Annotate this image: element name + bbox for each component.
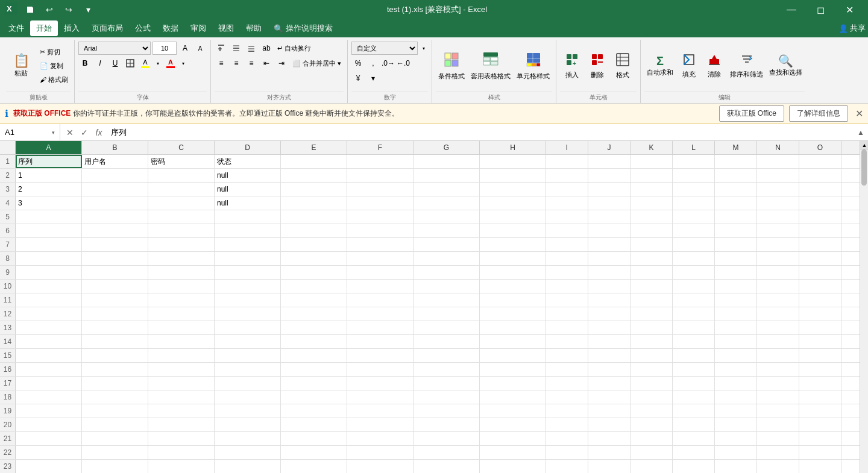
cell-C8[interactable]	[148, 252, 215, 265]
cell-H18[interactable]	[480, 390, 546, 404]
row-number[interactable]: 3	[0, 183, 16, 196]
cell-P8[interactable]	[841, 252, 860, 265]
cell-P12[interactable]	[841, 307, 860, 321]
percent-btn[interactable]: %	[351, 57, 365, 70]
cell-C12[interactable]	[148, 307, 215, 321]
cell-N20[interactable]	[757, 418, 799, 431]
cell-P20[interactable]	[841, 418, 860, 431]
cell-C15[interactable]	[148, 349, 215, 362]
cell-E14[interactable]	[281, 335, 347, 348]
cell-D6[interactable]	[215, 224, 281, 237]
font-family-select[interactable]: Arial	[78, 42, 151, 55]
cell-M17[interactable]	[715, 377, 757, 390]
cell-N14[interactable]	[757, 335, 799, 348]
cell-F2[interactable]	[347, 169, 414, 182]
cell-I18[interactable]	[546, 390, 588, 404]
cell-M5[interactable]	[715, 210, 757, 224]
wrap-text-btn[interactable]: ↵ 自动换行	[275, 42, 313, 55]
cell-N8[interactable]	[757, 252, 799, 265]
cell-C1[interactable]: 密码	[148, 155, 215, 168]
cell-J21[interactable]	[588, 432, 631, 445]
cell-M23[interactable]	[715, 460, 757, 473]
cell-P6[interactable]	[841, 224, 860, 237]
row-number[interactable]: 7	[0, 238, 16, 251]
cell-O13[interactable]	[799, 321, 841, 334]
cell-O23[interactable]	[799, 460, 841, 473]
cell-N11[interactable]	[757, 293, 799, 307]
get-office-btn[interactable]: 获取正版 Office	[719, 105, 784, 122]
cell-M1[interactable]	[715, 155, 757, 168]
cell-E3[interactable]	[281, 183, 347, 196]
cell-N2[interactable]	[757, 169, 799, 182]
row-number[interactable]: 5	[0, 210, 16, 224]
row-number[interactable]: 18	[0, 390, 16, 404]
cell-H6[interactable]	[480, 224, 546, 237]
cell-L21[interactable]	[673, 432, 715, 445]
cell-O10[interactable]	[799, 280, 841, 293]
cell-D22[interactable]	[215, 446, 281, 459]
cell-I6[interactable]	[546, 224, 588, 237]
cell-B8[interactable]	[82, 252, 148, 265]
cell-A23[interactable]	[16, 460, 82, 473]
cell-G3[interactable]	[414, 183, 480, 196]
cell-L9[interactable]	[673, 266, 715, 279]
cell-F5[interactable]	[347, 210, 414, 224]
cell-C21[interactable]	[148, 432, 215, 445]
cell-F3[interactable]	[347, 183, 414, 196]
col-header-E[interactable]: E	[281, 141, 347, 154]
cell-G12[interactable]	[414, 307, 480, 321]
cell-B20[interactable]	[82, 418, 148, 431]
cell-D14[interactable]	[215, 335, 281, 348]
cell-F1[interactable]	[347, 155, 414, 168]
cell-J5[interactable]	[588, 210, 631, 224]
cell-B23[interactable]	[82, 460, 148, 473]
cell-N6[interactable]	[757, 224, 799, 237]
cell-L2[interactable]	[673, 169, 715, 182]
cell-N9[interactable]	[757, 266, 799, 279]
cell-I23[interactable]	[546, 460, 588, 473]
col-header-G[interactable]: G	[414, 141, 480, 154]
cell-M6[interactable]	[715, 224, 757, 237]
cell-B3[interactable]	[82, 183, 148, 196]
cell-P4[interactable]	[841, 196, 860, 210]
cell-style-btn[interactable]: 单元格样式	[514, 48, 552, 84]
cell-I4[interactable]	[546, 196, 588, 210]
cell-O1[interactable]	[799, 155, 841, 168]
cell-H19[interactable]	[480, 404, 546, 418]
cell-O16[interactable]	[799, 363, 841, 376]
cell-G21[interactable]	[414, 432, 480, 445]
align-top-btn[interactable]	[215, 42, 228, 55]
menu-item-insert[interactable]: 插入	[58, 20, 86, 36]
cell-D13[interactable]	[215, 321, 281, 334]
cell-M18[interactable]	[715, 390, 757, 404]
cell-H21[interactable]	[480, 432, 546, 445]
cell-O19[interactable]	[799, 404, 841, 418]
cell-K7[interactable]	[631, 238, 673, 251]
cell-N12[interactable]	[757, 307, 799, 321]
cell-B15[interactable]	[82, 349, 148, 362]
increase-indent-btn[interactable]: ⇥	[275, 57, 288, 70]
learn-more-btn[interactable]: 了解详细信息	[789, 105, 848, 122]
fill-btn[interactable]: 填充	[677, 48, 701, 84]
cell-N16[interactable]	[757, 363, 799, 376]
cell-G2[interactable]	[414, 169, 480, 182]
cell-G9[interactable]	[414, 266, 480, 279]
menu-item-search[interactable]: 🔍 操作说明搜索	[268, 20, 339, 36]
row-number[interactable]: 23	[0, 460, 16, 473]
cell-G5[interactable]	[414, 210, 480, 224]
minimize-btn[interactable]: —	[778, 0, 805, 19]
cell-D4[interactable]: null	[215, 196, 281, 210]
cell-H8[interactable]	[480, 252, 546, 265]
cell-K23[interactable]	[631, 460, 673, 473]
cell-D17[interactable]	[215, 377, 281, 390]
autosum-btn[interactable]: Σ 自动求和	[644, 48, 676, 84]
cell-G16[interactable]	[414, 363, 480, 376]
cell-N3[interactable]	[757, 183, 799, 196]
menu-item-home[interactable]: 开始	[30, 20, 58, 36]
cell-H1[interactable]	[480, 155, 546, 168]
cell-E12[interactable]	[281, 307, 347, 321]
cell-N7[interactable]	[757, 238, 799, 251]
cell-E6[interactable]	[281, 224, 347, 237]
cell-B7[interactable]	[82, 238, 148, 251]
cell-G18[interactable]	[414, 390, 480, 404]
